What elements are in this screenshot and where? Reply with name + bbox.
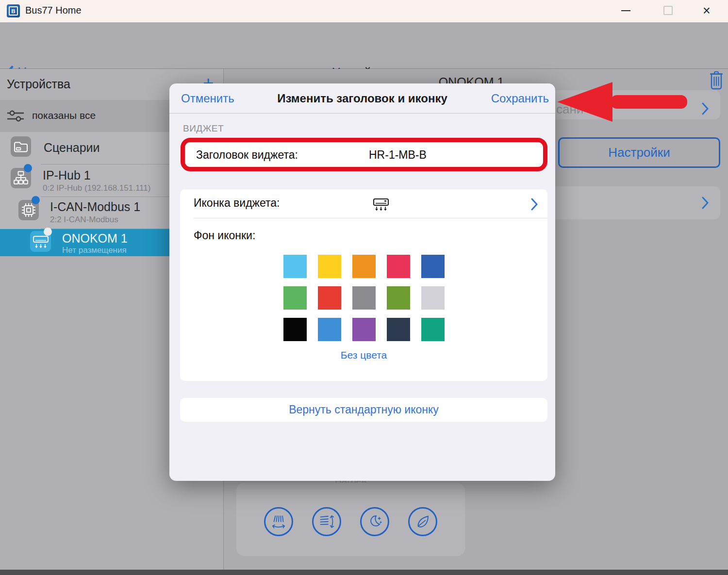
status-badge [24,164,32,172]
folder-icon [11,136,31,157]
nav-bar: Назад Устройства [0,22,728,69]
color-swatch[interactable] [318,318,341,341]
item-title: ONOKOM 1 [62,231,128,246]
no-color-link[interactable]: Без цвета [180,349,547,361]
swing-vertical-icon[interactable] [312,507,341,536]
app-window: B Bus77 Home × Назад Устройства Устройст… [0,0,728,575]
section-label: ВИДЖЕТ [183,123,224,134]
bottom-edge-bar [0,570,728,575]
icon-bg-label: Фон иконки: [194,229,255,242]
settings-button[interactable]: Настройки [558,137,720,168]
chevron-right-icon [702,197,709,209]
color-swatch[interactable] [283,286,307,310]
air-conditioner-icon [372,197,390,212]
filter-sliders-icon [7,109,24,123]
mode-buttons [236,507,465,536]
item-title: IP-Hub 1 [43,168,91,182]
filter-label: показаны все [32,110,96,121]
sidebar-title: Устройства [7,77,70,91]
item-subtitle: 2:2 I-CAN-Modbus [50,215,118,225]
save-button[interactable]: Сохранить [491,92,549,105]
reset-icon-button[interactable]: Вернуть стандартную иконку [180,398,547,422]
color-swatch[interactable] [421,286,445,310]
color-swatch[interactable] [387,318,410,341]
item-subtitle: Нет размещения [62,246,127,255]
hidden-row-text: сани [556,102,583,117]
color-swatch-grid [283,255,445,341]
item-subtitle: 0:2 IP-Hub (192.168.151.111) [43,183,150,193]
edit-widget-dialog: Отменить Изменить заголовок и иконку Сох… [169,83,555,481]
color-swatch[interactable] [352,286,376,310]
item-title: I-CAN-Modbus 1 [50,200,140,214]
window-maximize-button[interactable] [663,6,673,15]
window-close-button[interactable]: × [703,3,711,18]
swing-horizontal-icon[interactable] [264,507,293,536]
item-title: Сценарии [44,141,100,155]
widget-title-label: Заголовок виджета: [196,148,298,162]
color-swatch[interactable] [387,286,410,310]
widget-icon-label: Иконка виджета: [194,197,280,210]
chevron-right-icon[interactable] [531,198,538,211]
window-titlebar: B Bus77 Home × [0,0,728,22]
widget-title-value[interactable]: HR-1-MB-B [369,148,427,162]
window-title: Bus77 Home [25,5,82,16]
status-badge [44,228,52,236]
color-swatch[interactable] [318,255,341,278]
color-swatch[interactable] [318,286,341,310]
color-swatch[interactable] [283,318,307,341]
eco-mode-icon[interactable] [408,507,437,536]
color-swatch[interactable] [421,318,445,341]
app-logo-icon: B [7,4,20,17]
widget-title-row[interactable]: Заголовок виджета: HR-1-MB-B [185,142,543,167]
color-swatch[interactable] [352,255,376,278]
dialog-header: Отменить Изменить заголовок и иконку Сох… [169,83,555,114]
color-swatch[interactable] [283,255,307,278]
chevron-right-icon [702,102,709,115]
row-divider [194,218,547,218]
window-minimize-button[interactable] [621,10,630,11]
hidden-list-row[interactable] [551,186,720,219]
trash-icon[interactable] [709,71,724,90]
icon-settings-group: Иконка виджета: Фон иконки: [180,189,547,381]
color-swatch[interactable] [352,318,376,341]
color-swatch[interactable] [421,255,445,278]
status-badge [32,196,40,204]
sleep-mode-icon[interactable] [360,507,389,536]
color-swatch[interactable] [387,255,410,278]
